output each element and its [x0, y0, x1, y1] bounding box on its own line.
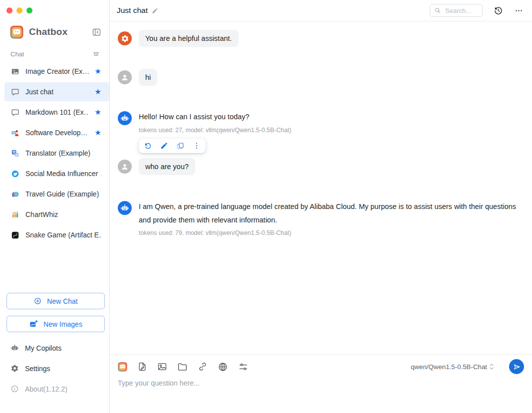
link-button[interactable]: [198, 362, 208, 372]
system-avatar: [118, 31, 132, 45]
edit-message-button[interactable]: [160, 142, 168, 150]
travel-guide-icon: [11, 190, 19, 199]
sidebar-item-translator[interactable]: Translator (Example): [4, 144, 109, 163]
robot-icon: [120, 114, 129, 123]
chat-section-label: Chat: [10, 50, 24, 58]
minimize-window-button[interactable]: [16, 7, 22, 13]
message-meta: tokens used: 27, model: vllm(qwen/Qwen1.…: [139, 127, 291, 134]
regenerate-button[interactable]: [144, 142, 152, 150]
sidebar-item-label: Social Media Influencer …: [25, 170, 101, 178]
assistant-avatar: [118, 111, 132, 125]
globe-icon: [218, 362, 228, 372]
search-box[interactable]: [430, 4, 483, 17]
sidebar-item-label: Just chat: [25, 88, 89, 96]
sidebar-item-just-chat[interactable]: Just chat ★: [4, 82, 109, 101]
my-copilots-label: My Copilots: [25, 344, 61, 352]
about-item[interactable]: About(1.12.2): [0, 379, 109, 399]
main-pane: Just chat You are a helpful a: [110, 0, 532, 413]
sidebar-item-snake-game[interactable]: Snake Game (Artifact E…: [4, 225, 109, 244]
sidebar-item-markdown-101[interactable]: Markdown 101 (Ex… ★: [4, 103, 109, 122]
folder-button[interactable]: [177, 362, 188, 372]
person-icon: [120, 73, 129, 82]
send-icon: [513, 363, 521, 371]
snake-game-icon: [11, 231, 19, 239]
model-selector-value: qwen/Qwen1.5-0.5B-Chat: [411, 363, 487, 371]
sidebar-item-image-creator[interactable]: Image Creator (Ex… ★: [4, 62, 109, 81]
sidebar: Chatbox Chat Image Creator (Ex: [0, 0, 110, 413]
settings-item[interactable]: Settings: [0, 358, 109, 379]
gear-icon: [121, 34, 129, 43]
zoom-window-button[interactable]: [26, 7, 32, 13]
sidebar-menu: My Copilots Settings About(1.12.2): [0, 338, 109, 413]
message-list: You are a helpful assistant. hi Hello! H…: [110, 21, 532, 354]
assistant-avatar: [118, 201, 132, 215]
message-text: who are you?: [139, 158, 195, 175]
sidebar-item-label: Snake Game (Artifact E…: [25, 231, 101, 239]
web-browsing-button[interactable]: [218, 362, 228, 372]
message-system: You are a helpful assistant.: [118, 30, 524, 47]
folder-icon: [177, 362, 188, 372]
person-icon: [120, 162, 129, 171]
sidebar-item-chartwhiz[interactable]: ChartWhiz: [4, 205, 109, 224]
select-arrows-icon: [489, 363, 494, 371]
pencil-icon: [160, 142, 168, 150]
message-meta: tokens used: 79, model: vllm(qwen/Qwen1.…: [139, 229, 524, 236]
app-header: Chatbox: [10, 24, 101, 39]
more-options-button[interactable]: [515, 6, 523, 15]
user-avatar: [118, 70, 132, 84]
robot-icon: [120, 204, 129, 212]
favorite-star-icon[interactable]: ★: [95, 129, 101, 137]
translator-icon: [11, 149, 19, 158]
chart-icon: [11, 210, 19, 219]
message-assistant: Hello! How can I assist you today? token…: [118, 111, 524, 153]
new-chat-button[interactable]: New Chat: [6, 293, 105, 309]
attach-file-button[interactable]: [137, 362, 147, 372]
sidebar-item-label: Markdown 101 (Ex…: [25, 108, 89, 116]
gear-icon: [10, 364, 19, 373]
sliders-icon: [238, 362, 249, 372]
link-icon: [198, 362, 208, 372]
send-button[interactable]: [509, 359, 524, 374]
composer: qwen/Qwen1.5-0.5B-Chat: [110, 354, 532, 413]
favorite-star-icon[interactable]: ★: [95, 109, 101, 116]
search-icon: [434, 7, 441, 14]
favorite-star-icon[interactable]: ★: [95, 68, 101, 75]
attach-image-button[interactable]: [157, 362, 167, 372]
collapse-sidebar-button[interactable]: [92, 27, 101, 37]
search-input[interactable]: [444, 6, 480, 15]
clear-conversations-icon: [92, 50, 100, 58]
my-copilots-item[interactable]: My Copilots: [0, 338, 109, 358]
chatbox-logo-icon: [10, 25, 23, 39]
close-window-button[interactable]: [6, 7, 12, 13]
message-user: hi: [118, 69, 524, 86]
settings-label: Settings: [25, 365, 50, 373]
pencil-icon: [152, 7, 158, 14]
favorite-star-icon[interactable]: ★: [95, 88, 101, 96]
clear-conversations-button[interactable]: [92, 50, 100, 58]
copy-message-button[interactable]: [176, 142, 185, 150]
robot-icon: [10, 344, 19, 352]
sidebar-item-social-media-influencer[interactable]: Social Media Influencer …: [4, 164, 109, 183]
message-more-button[interactable]: [193, 142, 201, 150]
chat-section-header: Chat: [10, 50, 100, 58]
message-text: I am Qwen, a pre-trained language model …: [139, 200, 524, 227]
sidebar-item-travel-guide[interactable]: Travel Guide (Example): [4, 185, 109, 204]
image-plus-icon: [29, 319, 38, 329]
new-images-button[interactable]: New Images: [6, 316, 105, 332]
image-icon: [157, 362, 167, 372]
info-icon: [10, 385, 19, 393]
history-button[interactable]: [493, 5, 504, 16]
message-text: hi: [139, 69, 157, 86]
user-avatar: [118, 160, 132, 174]
message-user: who are you?: [118, 158, 524, 175]
message-input[interactable]: [118, 379, 520, 407]
sidebar-item-software-developer[interactable]: Software Develop… ★: [4, 123, 109, 142]
plus-circle-icon: [33, 297, 42, 305]
rename-conversation-button[interactable]: [152, 7, 158, 14]
copy-icon: [176, 142, 185, 150]
model-selector[interactable]: qwen/Qwen1.5-0.5B-Chat: [411, 363, 494, 371]
new-chat-label: New Chat: [47, 297, 77, 305]
chat-options-button[interactable]: [238, 362, 249, 372]
chatbox-app-button[interactable]: [118, 362, 127, 372]
new-images-label: New Images: [43, 320, 82, 328]
